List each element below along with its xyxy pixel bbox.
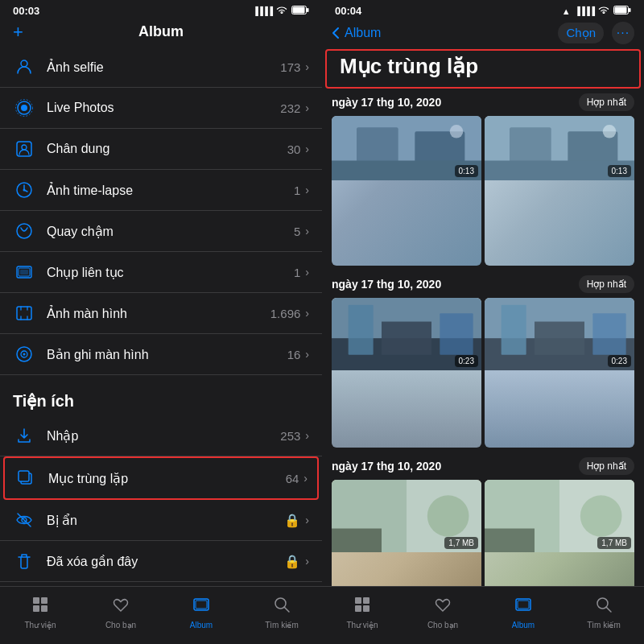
- svg-rect-63: [485, 529, 535, 553]
- svg-line-30: [284, 607, 289, 612]
- tab-label: Tìm kiếm: [587, 621, 621, 630]
- svg-rect-48: [382, 322, 431, 355]
- svg-rect-20: [19, 471, 29, 481]
- screenshot-icon: [13, 302, 35, 324]
- chevron-icon: ›: [305, 348, 309, 361]
- photo-duration-badge: 0:23: [608, 355, 631, 367]
- svg-point-4: [21, 105, 27, 111]
- battery-icon: [291, 6, 309, 17]
- more-icon: ···: [617, 26, 630, 40]
- chevron-icon: ›: [305, 514, 309, 526]
- album-item-anh-selfie[interactable]: Ảnh selfie 173 ›: [0, 47, 322, 88]
- photo-duration-badge: 0:23: [455, 355, 478, 367]
- for-you-tab-icon: [112, 596, 130, 618]
- tab-tim-kiem[interactable]: Tìm kiếm: [242, 596, 322, 630]
- tab-thu-vien-right[interactable]: Thư viện: [322, 596, 402, 630]
- svg-rect-75: [363, 597, 369, 604]
- dup-photo: 0:13: [332, 116, 481, 266]
- search-tab-icon: [273, 596, 291, 618]
- svg-line-81: [606, 607, 611, 612]
- album-item-nhap[interactable]: Nhập 253 ›: [0, 415, 322, 456]
- svg-rect-25: [33, 605, 39, 612]
- right-status-icons: ▲ ▐▐▐▐: [562, 6, 631, 17]
- chevron-icon: ›: [305, 225, 309, 237]
- dup-photo: 0:13: [485, 116, 634, 266]
- right-status-bar: 00:04 ▲ ▐▐▐▐: [322, 0, 644, 20]
- library-tab-icon: [31, 596, 49, 618]
- svg-rect-76: [355, 605, 361, 612]
- album-label: Nhập: [47, 428, 280, 444]
- album-item-burst[interactable]: Chụp liên tục 1 ›: [0, 252, 322, 293]
- left-top-bar: + Album: [0, 20, 322, 47]
- left-title: Album: [138, 23, 184, 40]
- album-label: Ảnh selfie: [47, 60, 280, 75]
- import-icon: [13, 424, 35, 447]
- for-you-tab-icon: [434, 596, 452, 618]
- duplicate-icon: [14, 467, 37, 489]
- dup-photo: 1,7 MB: [485, 480, 634, 586]
- svg-point-37: [450, 125, 464, 138]
- page-title: Mục trùng lặp: [325, 49, 641, 89]
- svg-rect-26: [41, 605, 47, 612]
- chevron-icon: ›: [305, 429, 309, 442]
- back-label: Album: [345, 26, 381, 40]
- album-label: Bản ghi màn hình: [47, 347, 287, 362]
- dup-photo: 0:23: [332, 298, 481, 448]
- tab-label: Album: [512, 621, 535, 630]
- album-item-screenshot[interactable]: Ảnh màn hình 1.696 ›: [0, 293, 322, 334]
- album-count: 30: [287, 142, 301, 156]
- right-panel: 00:04 ▲ ▐▐▐▐ Album Chọn ··· Mục trùng lặ…: [322, 0, 644, 644]
- utility-section-header: Tiện ích: [0, 375, 322, 415]
- photo-duration-badge: 0:13: [455, 165, 478, 177]
- album-item-bi-an[interactable]: Bị ẩn 🔒 ›: [0, 500, 322, 541]
- timelapse-icon: [13, 179, 35, 201]
- album-label: Bị ẩn: [47, 513, 279, 528]
- burst-icon: [13, 261, 35, 283]
- chevron-icon: ›: [305, 184, 309, 196]
- album-item-chan-dung[interactable]: Chân dung 30 ›: [0, 129, 322, 170]
- tab-thu-vien[interactable]: Thư viện: [0, 596, 80, 630]
- tab-cho-ban[interactable]: Cho bạn: [80, 596, 161, 630]
- wifi-icon: [276, 6, 287, 17]
- lock-icon: 🔒: [284, 513, 300, 528]
- more-button[interactable]: ···: [612, 22, 634, 44]
- album-count: 253: [280, 429, 300, 443]
- svg-point-8: [22, 145, 27, 150]
- chevron-icon: ›: [303, 472, 308, 485]
- svg-rect-1: [293, 6, 305, 13]
- tab-album-right[interactable]: Album: [483, 596, 564, 630]
- album-item-quay-cham[interactable]: Quay chậm 5 ›: [0, 211, 322, 252]
- album-item-screen-record[interactable]: Bản ghi màn hình 16 ›: [0, 334, 322, 375]
- svg-rect-46: [349, 305, 374, 355]
- tab-cho-ban-right[interactable]: Cho bạn: [402, 596, 483, 630]
- right-tab-bar: Thư viện Cho bạn Album Tìm kiếm: [322, 586, 644, 644]
- album-item-muc-trung-lap[interactable]: Mục trùng lặp 64 ›: [3, 456, 319, 500]
- merge-button-1[interactable]: Hợp nhất: [579, 93, 634, 111]
- person-icon: [13, 56, 35, 78]
- back-button[interactable]: Album: [332, 26, 381, 40]
- tab-label: Cho bạn: [427, 621, 458, 630]
- album-item-da-xoa[interactable]: Đã xóa gần đây 🔒 ›: [0, 541, 322, 582]
- album-item-live-photos[interactable]: Live Photos 232 ›: [0, 88, 322, 129]
- svg-point-62: [580, 495, 622, 537]
- album-tab-icon: [514, 596, 532, 618]
- album-label: Mục trùng lặp: [48, 471, 286, 486]
- location-icon: ▲: [562, 6, 571, 16]
- svg-rect-28: [196, 601, 207, 609]
- chon-button[interactable]: Chọn: [558, 23, 604, 43]
- library-tab-icon: [353, 596, 371, 618]
- dup-group-1: ngày 17 thg 10, 2020 Hợp nhất 0:13 0:13: [332, 93, 634, 266]
- svg-rect-32: [615, 6, 627, 13]
- album-item-time-lapse[interactable]: Ảnh time-lapse 1 ›: [0, 170, 322, 211]
- dup-group-2: ngày 17 thg 10, 2020 Hợp nhất 0:23 0:23: [332, 275, 634, 448]
- merge-button-3[interactable]: Hợp nhất: [579, 457, 634, 475]
- album-count: 5: [294, 225, 300, 238]
- search-tab-icon: [595, 596, 613, 618]
- tab-tim-kiem-right[interactable]: Tìm kiếm: [564, 596, 644, 630]
- duplicate-list: ngày 17 thg 10, 2020 Hợp nhất 0:13 0:13: [322, 93, 644, 586]
- merge-button-2[interactable]: Hợp nhất: [579, 275, 634, 293]
- tab-album[interactable]: Album: [161, 596, 242, 630]
- add-album-button[interactable]: +: [13, 22, 23, 43]
- dup-photo: 1,7 MB: [332, 480, 481, 586]
- album-label: Quay chậm: [47, 224, 294, 239]
